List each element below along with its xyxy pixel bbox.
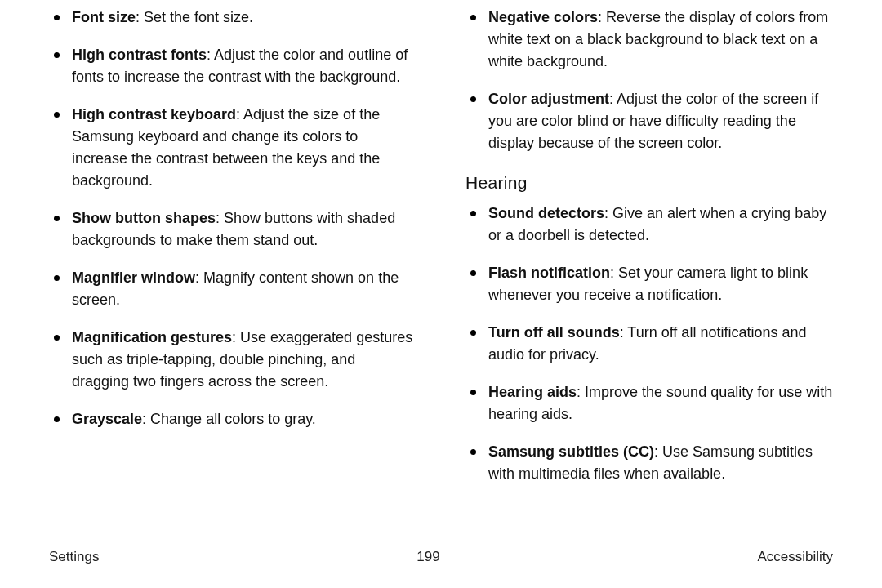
item-term: Font size	[72, 9, 136, 25]
right-column: Negative colors: Reverse the display of …	[466, 7, 833, 505]
page-container: Font size: Set the font size. High contr…	[0, 0, 882, 588]
footer-left: Settings	[49, 549, 99, 565]
list-item: Sound detectors: Give an alert when a cr…	[466, 203, 833, 247]
item-term: Flash notification	[488, 265, 610, 281]
list-item: Flash notification: Set your camera ligh…	[466, 262, 833, 306]
item-desc: : Set the font size.	[136, 9, 253, 25]
list-item: Hearing aids: Improve the sound quality …	[466, 381, 833, 425]
page-footer: Settings 199 Accessibility	[49, 549, 833, 565]
item-term: Magnification gestures	[72, 329, 232, 345]
list-item: Samsung subtitles (CC): Use Samsung subt…	[466, 441, 833, 485]
item-desc: : Change all colors to gray.	[142, 411, 316, 427]
item-term: Negative colors	[488, 9, 598, 25]
columns-wrapper: Font size: Set the font size. High contr…	[49, 7, 833, 505]
footer-page-number: 199	[416, 549, 439, 565]
item-term: Sound detectors	[488, 205, 604, 221]
item-term: Hearing aids	[488, 384, 577, 400]
hearing-list: Sound detectors: Give an alert when a cr…	[466, 203, 833, 485]
item-term: Samsung subtitles (CC)	[488, 443, 654, 460]
item-term: High contrast fonts	[72, 47, 207, 63]
item-term: Show button shapes	[72, 210, 216, 226]
right-top-list: Negative colors: Reverse the display of …	[466, 7, 833, 154]
left-column: Font size: Set the font size. High contr…	[49, 7, 416, 505]
list-item: High contrast keyboard: Adjust the size …	[49, 104, 416, 192]
list-item: Font size: Set the font size.	[49, 7, 416, 29]
left-list: Font size: Set the font size. High contr…	[49, 7, 416, 430]
item-term: Turn off all sounds	[488, 324, 620, 341]
list-item: Negative colors: Reverse the display of …	[466, 7, 833, 73]
item-term: Color adjustment	[488, 91, 609, 107]
footer-right: Accessibility	[757, 549, 833, 565]
hearing-heading: Hearing	[466, 170, 833, 196]
item-term: Magnifier window	[72, 270, 195, 286]
list-item: High contrast fonts: Adjust the color an…	[49, 44, 416, 88]
list-item: Turn off all sounds: Turn off all notifi…	[466, 322, 833, 366]
list-item: Color adjustment: Adjust the color of th…	[466, 88, 833, 154]
list-item: Show button shapes: Show buttons with sh…	[49, 207, 416, 252]
item-term: High contrast keyboard	[72, 106, 236, 122]
list-item: Magnification gestures: Use exaggerated …	[49, 327, 416, 393]
list-item: Magnifier window: Magnify content shown …	[49, 267, 416, 311]
item-term: Grayscale	[72, 411, 142, 427]
list-item: Grayscale: Change all colors to gray.	[49, 408, 416, 430]
